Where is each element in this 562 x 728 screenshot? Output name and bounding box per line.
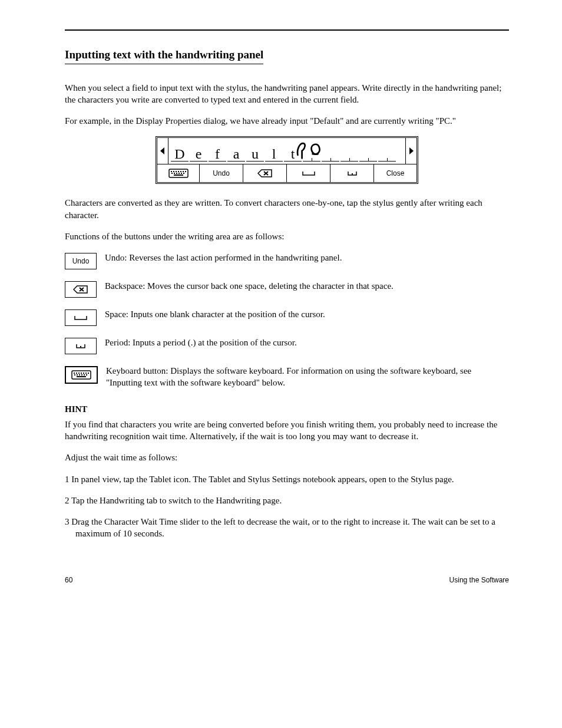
legend-backspace-text: Backspace: Moves the cursor back one spa…	[105, 280, 509, 292]
svg-rect-16	[174, 174, 183, 176]
legend-undo-text: Undo: Reverses the last action performed…	[105, 252, 509, 263]
svg-rect-8	[183, 171, 184, 172]
footer-page-number: 60	[65, 575, 72, 585]
hint-heading: HINT	[65, 403, 509, 415]
legend-intro: Functions of the buttons under the writi…	[65, 230, 509, 242]
footer-section-title: Using the Software	[449, 575, 509, 585]
svg-rect-13	[178, 173, 180, 174]
svg-rect-32	[86, 374, 87, 375]
recognized-char: a	[227, 147, 245, 162]
svg-rect-29	[79, 374, 80, 375]
svg-marker-0	[160, 147, 164, 154]
legend-backspace-icon	[65, 281, 97, 298]
space-button[interactable]	[287, 164, 330, 182]
hint-body: If you find that characters you write ar…	[65, 419, 509, 443]
svg-rect-6	[178, 171, 179, 172]
svg-rect-9	[185, 171, 186, 172]
svg-rect-15	[183, 173, 184, 174]
recognized-char: D	[171, 147, 189, 162]
svg-rect-7	[180, 171, 181, 172]
paragraph-intro-2: For example, in the Display Properties d…	[65, 115, 509, 127]
legend-space-icon	[65, 309, 97, 326]
svg-rect-23	[81, 373, 82, 374]
hint-step-3: 3 Drag the Character Wait Time slider to…	[65, 516, 509, 540]
svg-rect-11	[174, 173, 175, 174]
svg-rect-12	[176, 173, 177, 174]
hint-steps-lead: Adjust the wait time as follows:	[65, 452, 509, 463]
svg-rect-18	[80, 346, 81, 347]
svg-rect-4	[173, 171, 174, 172]
svg-rect-3	[171, 171, 172, 172]
svg-rect-20	[74, 373, 75, 374]
legend-space-text: Space: Inputs one blank character at the…	[105, 308, 509, 320]
recognized-char: e	[190, 147, 207, 162]
legend-period-text: Period: Inputs a period (.) at the posit…	[105, 337, 509, 348]
svg-rect-17	[352, 173, 353, 174]
recognized-char: f	[209, 147, 226, 162]
svg-rect-24	[83, 373, 84, 374]
svg-rect-5	[176, 171, 177, 172]
char-slot	[378, 148, 396, 162]
handwriting-panel: D e f a u l t	[156, 136, 418, 184]
scroll-left-button[interactable]	[157, 138, 168, 164]
period-button[interactable]	[330, 164, 374, 182]
svg-rect-22	[78, 373, 80, 374]
handwriting-ink	[292, 139, 339, 160]
hint-step-1: 1 In panel view, tap the Tablet icon. Th…	[65, 473, 509, 485]
backspace-button[interactable]	[243, 164, 287, 182]
char-slot	[340, 148, 358, 162]
recognized-char: u	[246, 147, 264, 162]
svg-rect-28	[77, 374, 78, 375]
keyboard-button[interactable]	[157, 164, 200, 182]
undo-button-label: Undo	[213, 169, 230, 178]
svg-rect-30	[81, 374, 82, 375]
svg-rect-31	[84, 374, 85, 375]
scroll-right-button[interactable]	[406, 138, 416, 164]
legend-keyboard-text: Keyboard button: Displays the software k…	[106, 365, 509, 389]
svg-rect-21	[76, 373, 77, 374]
undo-button[interactable]: Undo	[200, 164, 243, 182]
section-heading: Inputting text with the handwriting pane…	[65, 47, 263, 64]
char-slot	[359, 148, 377, 162]
hint-step-2: 2 Tap the Handwriting tab to switch to t…	[65, 495, 509, 506]
paragraph-intro-1: When you select a field to input text wi…	[65, 82, 509, 106]
recognized-char: l	[265, 147, 283, 162]
svg-rect-10	[171, 173, 173, 174]
legend-period-icon	[65, 338, 97, 354]
svg-rect-33	[77, 376, 86, 377]
svg-rect-26	[88, 373, 89, 374]
svg-marker-1	[409, 147, 414, 154]
legend-keyboard-icon	[65, 366, 98, 384]
paragraph-after-panel: Characters are converted as they are wri…	[65, 197, 509, 221]
handwriting-input-area[interactable]: D e f a u l t	[168, 138, 406, 164]
close-button[interactable]: Close	[374, 164, 416, 182]
svg-rect-14	[181, 173, 182, 174]
svg-rect-25	[85, 373, 87, 374]
horizontal-rule	[65, 29, 509, 31]
close-button-label: Close	[386, 169, 405, 178]
legend-undo-icon: Undo	[65, 253, 97, 269]
svg-rect-27	[74, 374, 75, 375]
